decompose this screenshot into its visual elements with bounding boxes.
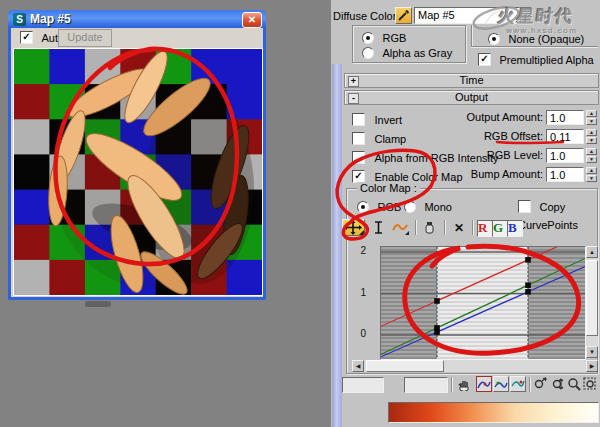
spinner-arrows[interactable]: ▲ ▼ — [586, 167, 597, 183]
spinner-value-field[interactable]: 0.11 — [546, 129, 584, 144]
copy-curvepoints-checkbox[interactable]: Copy CurvePoints — [518, 197, 600, 233]
checkbox-box — [518, 200, 531, 213]
clamp-checkbox[interactable]: Clamp — [352, 129, 406, 147]
output-gradient-preview — [388, 402, 599, 423]
window-titlebar[interactable]: S Map #5 ✕ — [8, 10, 266, 28]
hscroll-thumb[interactable] — [366, 360, 444, 372]
spinner-label: Output Amount: — [433, 111, 543, 123]
invert-checkbox[interactable]: Invert — [352, 110, 402, 128]
artifact-smudge — [85, 301, 111, 307]
group-border — [471, 25, 472, 47]
scroll-up-icon[interactable]: ▲ — [586, 246, 598, 258]
map-window-toolbar: Auto Update — [11, 28, 263, 48]
eyedropper-icon — [396, 8, 411, 23]
spin-up-icon[interactable]: ▲ — [586, 110, 597, 117]
radio-alpha-as-gray[interactable]: Alpha as Gray — [362, 43, 452, 61]
checkbox-box — [352, 132, 365, 145]
expand-icon[interactable]: + — [348, 76, 359, 87]
move-point-button[interactable] — [342, 219, 365, 236]
spinner-arrows[interactable]: ▲ ▼ — [586, 148, 597, 164]
toolbar-separator — [444, 220, 445, 235]
move-icon — [343, 220, 364, 235]
zoom-button[interactable] — [566, 376, 582, 392]
spinner-arrows[interactable]: ▲ ▼ — [586, 110, 597, 126]
scale-point-icon — [371, 220, 386, 235]
update-button[interactable]: Update — [58, 29, 112, 47]
curve-editor-plot[interactable] — [380, 246, 586, 360]
checkbox-box — [352, 151, 365, 164]
show-red-curve-button[interactable]: R — [477, 220, 493, 237]
zoom-extents-button[interactable] — [476, 376, 492, 392]
point-x-field[interactable] — [342, 377, 384, 393]
map-preview-window: S Map #5 ✕ Auto Update — [8, 10, 266, 300]
radio-dot — [404, 201, 416, 213]
zoom-v-icon — [551, 377, 566, 391]
magnifier-icon — [567, 377, 581, 391]
scale-point-button[interactable] — [370, 219, 387, 236]
scroll-right-icon[interactable]: ▶ — [586, 360, 598, 372]
zoom-value-extents-button[interactable] — [510, 376, 526, 392]
rollout-time[interactable]: + Time — [344, 73, 599, 88]
curve-y-axis: 210 — [352, 246, 376, 358]
spinner-label: RGB Offset: — [433, 130, 543, 142]
radio-dot — [488, 33, 500, 45]
zoom-horizontal-button[interactable] — [532, 376, 549, 392]
color-map-group-label: Color Map : — [357, 182, 420, 194]
show-green-curve-button[interactable]: G — [492, 220, 508, 237]
scroll-down-icon[interactable]: ▼ — [586, 346, 598, 358]
radio-dot — [362, 47, 374, 59]
radio-dot — [357, 201, 369, 213]
spinner-value-field[interactable]: 1.0 — [546, 148, 584, 163]
add-point-button[interactable] — [390, 219, 410, 236]
toolbar-separator — [529, 377, 530, 392]
curve-extents-h-icon — [494, 377, 508, 391]
zoom-region-icon — [583, 377, 597, 391]
checkbox-box — [478, 53, 491, 66]
toolbar-separator — [415, 220, 416, 235]
panel-scrollbar[interactable] — [332, 64, 342, 427]
close-icon[interactable]: ✕ — [242, 12, 262, 28]
premultiplied-alpha-checkbox[interactable]: Premultiplied Alpha — [478, 50, 594, 68]
pan-button[interactable] — [456, 376, 474, 392]
spin-down-icon[interactable]: ▼ — [586, 118, 597, 125]
spin-up-icon[interactable]: ▲ — [586, 167, 597, 174]
radio-none-opaque[interactable]: None (Opaque) — [488, 29, 584, 47]
radio-colormap-mono[interactable]: Mono — [404, 197, 452, 215]
diffuse-color-label: Diffuse Color: — [333, 10, 399, 22]
zoom-region-button[interactable] — [582, 376, 598, 392]
point-y-field[interactable] — [404, 377, 448, 393]
spin-up-icon[interactable]: ▲ — [586, 129, 597, 136]
window-title: Map #5 — [30, 12, 71, 26]
auto-checkbox[interactable] — [20, 31, 33, 44]
curve-extents-v-icon — [511, 377, 525, 391]
hand-icon — [457, 377, 473, 391]
toolbar-separator — [472, 220, 473, 235]
checkbox-box — [352, 113, 365, 126]
spin-up-icon[interactable]: ▲ — [586, 148, 597, 155]
app-logo-icon: S — [13, 13, 26, 26]
spin-down-icon[interactable]: ▼ — [586, 175, 597, 182]
spinner-value-field[interactable]: 1.0 — [546, 167, 584, 182]
y-tick-label: 2 — [360, 245, 366, 256]
scroll-left-icon[interactable]: ◀ — [352, 360, 364, 372]
eraser-icon — [422, 220, 437, 235]
toolbar-separator — [451, 377, 452, 392]
map-render-area — [13, 48, 263, 296]
spin-down-icon[interactable]: ▼ — [586, 137, 597, 144]
vscroll-thumb[interactable] — [586, 260, 598, 336]
curve-chart — [381, 247, 585, 359]
collapse-icon[interactable]: - — [348, 93, 359, 104]
radio-colormap-rgb[interactable]: RGB — [357, 197, 401, 215]
zoom-horiz-extents-button[interactable] — [493, 376, 509, 392]
delete-point-button[interactable] — [421, 219, 438, 236]
zoom-vertical-button[interactable] — [550, 376, 567, 392]
rollout-output[interactable]: - Output — [344, 90, 599, 105]
pick-map-button[interactable] — [395, 7, 412, 24]
show-blue-curve-button[interactable]: B — [507, 220, 523, 237]
spin-down-icon[interactable]: ▼ — [586, 156, 597, 163]
checker-sphere-image — [14, 49, 262, 295]
map-name-field[interactable]: Map #5 — [414, 7, 520, 24]
reset-curves-button[interactable]: ✕ — [450, 219, 468, 236]
spinner-arrows[interactable]: ▲ ▼ — [586, 129, 597, 145]
spinner-value-field[interactable]: 1.0 — [546, 110, 584, 125]
